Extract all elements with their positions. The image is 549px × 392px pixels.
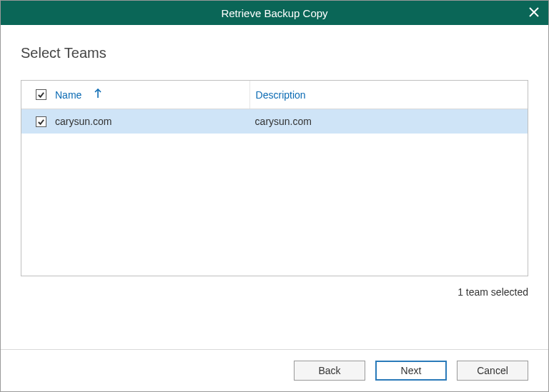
selection-status: 1 team selected	[21, 286, 528, 298]
table-header: Name Description	[21, 81, 528, 109]
close-icon	[529, 7, 539, 19]
table-row[interactable]: carysun.com carysun.com	[21, 109, 528, 134]
table-body: carysun.com carysun.com	[21, 109, 528, 276]
dialog-window: Retrieve Backup Copy Select Teams Name	[0, 0, 549, 392]
next-button[interactable]: Next	[375, 361, 447, 381]
footer: Back Next Cancel	[1, 350, 548, 391]
window-title: Retrieve Backup Copy	[221, 7, 327, 19]
titlebar: Retrieve Backup Copy	[1, 1, 548, 25]
cancel-button[interactable]: Cancel	[457, 361, 528, 381]
teams-table: Name Description carysun.com	[21, 80, 528, 276]
select-all-checkbox[interactable]	[36, 89, 46, 100]
check-icon	[37, 118, 45, 126]
close-button[interactable]	[520, 1, 548, 25]
row-checkbox[interactable]	[36, 116, 46, 127]
content-area: Select Teams Name Description	[1, 25, 548, 349]
back-button[interactable]: Back	[294, 361, 365, 381]
sort-ascending-icon	[94, 89, 102, 101]
column-header-description-label: Description	[256, 89, 306, 101]
check-icon	[37, 91, 45, 99]
column-header-description[interactable]: Description	[249, 81, 528, 109]
row-description: carysun.com	[255, 116, 312, 127]
page-title: Select Teams	[21, 45, 528, 61]
column-header-name-label: Name	[55, 89, 81, 101]
column-header-name[interactable]: Name	[21, 89, 249, 101]
row-name: carysun.com	[55, 116, 112, 127]
